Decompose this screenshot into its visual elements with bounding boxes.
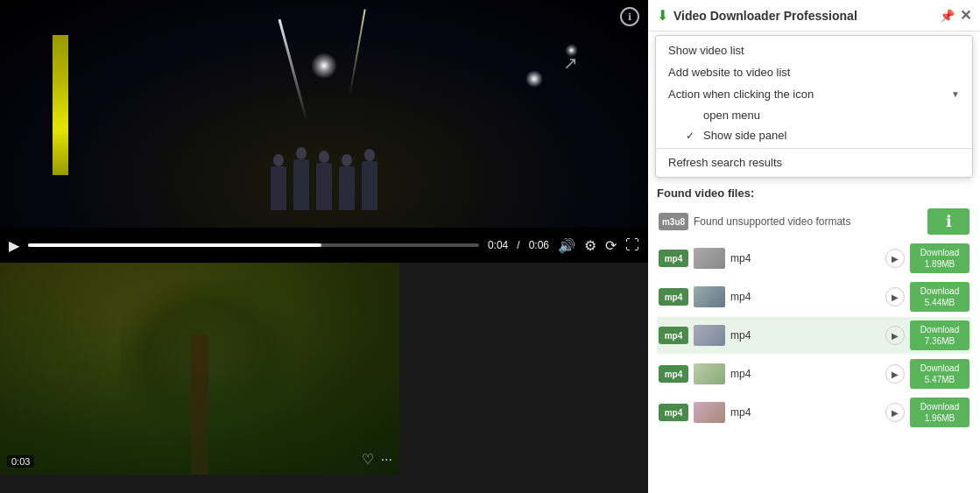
volume-button[interactable]: 🔊 xyxy=(558,237,575,254)
performer-1 xyxy=(271,166,286,210)
stage-center-light xyxy=(311,53,337,79)
open-menu-label: open menu xyxy=(703,109,760,122)
action-label: Action when clicking the icon xyxy=(668,88,814,101)
play-preview-btn-1[interactable]: ▶ xyxy=(885,249,905,268)
video-row-m3u8: m3u8 Found unsupported video formats ℹ xyxy=(657,205,971,238)
fullscreen-button[interactable]: ⛶ xyxy=(625,237,639,253)
video-row-mp4-2: mp4 mp4 ▶ Download5.44MB xyxy=(657,278,971,315)
video-info-icon[interactable]: ℹ xyxy=(620,7,639,26)
video-label-5: mp4 xyxy=(730,406,880,419)
badge-label-m3u8: m3u8 xyxy=(662,217,685,227)
video-label-3: mp4 xyxy=(730,329,880,342)
play-preview-btn-3[interactable]: ▶ xyxy=(885,326,905,345)
total-time: 0:06 xyxy=(529,239,549,251)
menu-divider xyxy=(656,148,972,149)
badge-label-mp4-4: mp4 xyxy=(665,370,683,379)
panel-header: ⬇ Video Downloader Professional 📌 ✕ xyxy=(648,0,980,32)
vignette xyxy=(0,263,399,475)
nature-video-thumb[interactable]: 0:03 ♡ ··· xyxy=(0,263,399,475)
found-header: Found video files: xyxy=(657,187,971,200)
arrow-indicator: ↗ xyxy=(563,53,578,74)
stage-yellow-light xyxy=(53,35,68,175)
found-section: Found video files: m3u8 Found unsupporte… xyxy=(648,181,980,493)
dropdown-menu: Show video list Add website to video lis… xyxy=(655,35,973,178)
performer-3 xyxy=(316,163,332,210)
stage-right-light xyxy=(525,70,543,88)
loop-button[interactable]: ⟳ xyxy=(605,237,617,254)
thumb-preview-2 xyxy=(694,286,725,307)
video-controls: ▶ 0:04 / 0:06 🔊 ⚙ ⟳ ⛶ xyxy=(0,228,648,263)
format-badge-mp4-2: mp4 xyxy=(659,288,688,306)
thumb-preview-4 xyxy=(694,363,725,384)
thumb-like-button[interactable]: ♡ xyxy=(362,451,374,468)
video-row-mp4-5: mp4 mp4 ▶ Download1.96MB xyxy=(657,394,971,431)
refresh-item[interactable]: Refresh search results xyxy=(656,151,972,173)
thumbnail-row: 0:03 ♡ ··· xyxy=(0,263,648,475)
badge-label-mp4-2: mp4 xyxy=(665,292,683,302)
show-side-panel-item[interactable]: ✓ Show side panel xyxy=(673,125,972,145)
refresh-label: Refresh search results xyxy=(668,156,782,169)
pin-button[interactable]: 📌 xyxy=(940,9,955,23)
settings-button[interactable]: ⚙ xyxy=(584,237,596,254)
download-btn-1[interactable]: Download1.89MB xyxy=(910,243,969,273)
play-preview-btn-5[interactable]: ▶ xyxy=(885,403,905,422)
download-btn-4[interactable]: Download5.47MB xyxy=(910,359,969,389)
download-btn-5[interactable]: Download1.96MB xyxy=(910,398,969,427)
panel-logo-icon: ⬇ xyxy=(657,7,668,24)
add-website-item[interactable]: Add website to video list xyxy=(656,61,972,83)
format-badge-mp4-1: mp4 xyxy=(659,250,688,267)
format-badge-m3u8: m3u8 xyxy=(659,213,688,230)
time-separator: / xyxy=(517,239,519,251)
stage-performers xyxy=(271,159,377,210)
show-video-list-label: Show video list xyxy=(668,44,744,57)
thumb-preview-3 xyxy=(694,325,725,346)
video-row-mp4-1: mp4 mp4 ▶ Download1.89MB xyxy=(657,240,971,277)
progress-fill xyxy=(28,243,321,247)
video-thumbnails: 0:03 ♡ ··· xyxy=(0,263,648,493)
video-content: ↗ ℹ xyxy=(0,0,648,228)
performer-2 xyxy=(293,159,309,210)
video-area: ↗ ℹ ▶ 0:04 / 0:06 🔊 ⚙ ⟳ ⛶ xyxy=(0,0,648,493)
download-btn-3[interactable]: Download7.36MB xyxy=(910,320,969,350)
m3u8-info-button[interactable]: ℹ xyxy=(927,208,969,235)
show-video-list-item[interactable]: Show video list xyxy=(656,39,972,61)
thumb-timer: 0:03 xyxy=(7,455,34,468)
video-label-2: mp4 xyxy=(730,291,880,303)
add-website-label: Add website to video list xyxy=(668,66,790,79)
video-row-mp4-3: mp4 mp4 ▶ Download7.36MB xyxy=(657,317,971,354)
badge-label-mp4-5: mp4 xyxy=(665,408,683,418)
thumb-more-button[interactable]: ··· xyxy=(381,452,392,468)
badge-label-mp4-1: mp4 xyxy=(665,254,683,264)
thumb-preview-1 xyxy=(694,248,725,269)
open-menu-item[interactable]: open menu xyxy=(673,105,972,125)
video-label-1: mp4 xyxy=(730,252,880,264)
submenu-section: open menu ✓ Show side panel xyxy=(656,105,972,145)
close-button[interactable]: ✕ xyxy=(960,7,971,24)
performer-5 xyxy=(362,161,377,210)
format-badge-mp4-5: mp4 xyxy=(659,404,688,421)
format-badge-mp4-4: mp4 xyxy=(659,365,688,383)
download-btn-2[interactable]: Download5.44MB xyxy=(910,282,969,312)
badge-label-mp4-3: mp4 xyxy=(665,331,683,341)
format-badge-mp4-3: mp4 xyxy=(659,327,688,344)
video-row-mp4-4: mp4 mp4 ▶ Download5.47MB xyxy=(657,356,971,392)
thumb-preview-5 xyxy=(694,402,725,423)
play-preview-btn-4[interactable]: ▶ xyxy=(885,364,905,384)
unsupported-label: Found unsupported video formats xyxy=(694,215,922,228)
progress-bar[interactable] xyxy=(28,243,479,247)
performer-4 xyxy=(339,166,355,210)
thumb-action-buttons: ♡ ··· xyxy=(362,451,392,468)
main-video-player: ↗ ℹ ▶ 0:04 / 0:06 🔊 ⚙ ⟳ ⛶ xyxy=(0,0,648,263)
panel-title: Video Downloader Professional xyxy=(673,9,934,23)
play-preview-btn-2[interactable]: ▶ xyxy=(885,287,905,306)
time-display: 0:04 xyxy=(488,239,508,251)
play-pause-button[interactable]: ▶ xyxy=(9,237,19,254)
right-panel: ⬇ Video Downloader Professional 📌 ✕ Show… xyxy=(648,0,980,493)
action-menu-item[interactable]: Action when clicking the icon ▼ xyxy=(656,83,972,105)
submenu-arrow-icon: ▼ xyxy=(951,89,960,99)
video-label-4: mp4 xyxy=(730,368,880,380)
show-side-panel-label: Show side panel xyxy=(703,129,786,142)
side-panel-checkmark: ✓ xyxy=(686,130,698,142)
